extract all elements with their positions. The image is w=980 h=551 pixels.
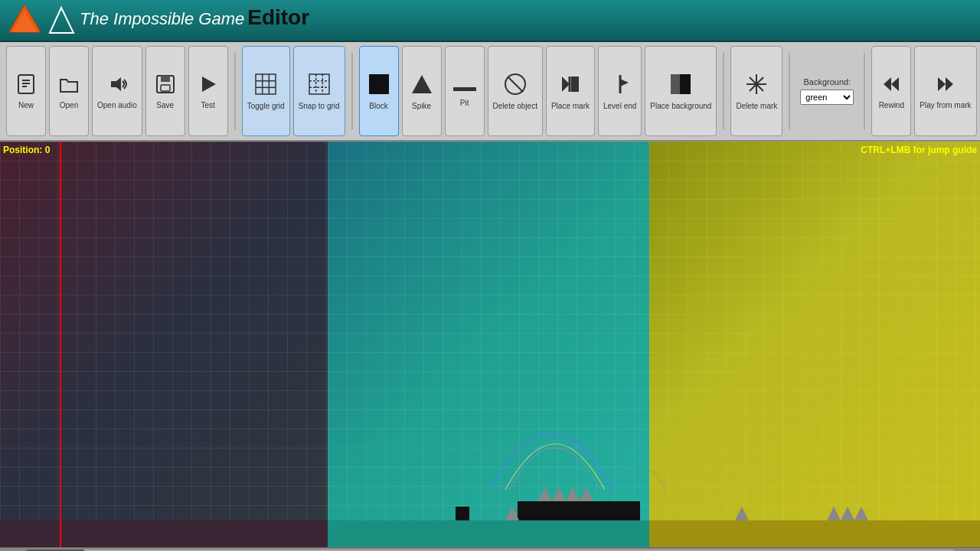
snap-to-grid-label: Snap to grid [299,102,340,110]
open-audio-button[interactable]: Open audio [92,46,142,136]
test-label: Test [201,101,215,109]
place-mark-label: Place mark [551,102,590,110]
svg-rect-22 [369,74,389,94]
toggle-grid-button[interactable]: Toggle grid [242,46,290,136]
svg-marker-39 [891,77,899,91]
position-label: Position: 0 [3,145,50,155]
place-background-icon [669,73,692,99]
svg-marker-41 [946,77,953,91]
delete-mark-label: Delete mark [736,102,777,110]
svg-rect-12 [256,74,276,94]
toggle-grid-label: Toggle grid [247,102,285,110]
level-end-icon [609,73,632,99]
svg-marker-31 [620,79,629,86]
pit-icon [453,76,476,96]
bg-zone-teal [328,142,649,547]
background-selector: Background: green red blue yellow purple [796,77,858,105]
svg-marker-11 [202,77,216,92]
svg-marker-2 [50,8,74,33]
place-background-button[interactable]: Place background [645,46,717,136]
floor-yellow [649,520,980,547]
sep-2 [351,53,353,129]
test-button[interactable]: Test [188,46,228,136]
open-icon [58,73,80,98]
open-button[interactable]: Open [49,46,89,136]
save-icon [155,73,176,98]
place-mark-icon [559,73,582,99]
svg-line-26 [508,77,523,92]
floor [0,520,980,547]
app-header: The Impossible Game Editor [0,0,980,42]
bg-zone-yellow [649,142,980,547]
open-label: Open [60,101,78,109]
delete-object-button[interactable]: Delete object [488,46,543,136]
block-label: Block [369,102,387,110]
floor-teal [328,520,649,547]
snap-to-grid-button[interactable]: Snap to grid [293,46,345,136]
new-label: New [18,101,34,109]
svg-marker-23 [412,75,432,93]
speaker-icon [106,73,128,98]
delete-object-label: Delete object [493,102,537,110]
sep-1 [234,53,236,129]
svg-rect-29 [571,77,579,92]
jump-guide-hint: CTRL+LMB for jump guide [861,145,977,155]
sep-3 [723,53,724,129]
spike-label: Spike [412,102,431,110]
background-label: Background: [803,77,851,86]
save-button[interactable]: Save [145,46,185,136]
background-select[interactable]: green red blue yellow purple [800,90,854,105]
play-from-mark-label: Play from mark [920,101,971,109]
test-play-icon [198,73,219,98]
delete-object-icon [504,73,527,99]
level-end-label: Level end [603,102,636,110]
toolbar: New Open Open audio Save Test Toggle gri… [0,42,980,142]
spike-button[interactable]: Spike [402,46,442,136]
snap-to-grid-icon [308,73,331,99]
play-from-mark-icon [935,73,956,98]
toggle-grid-icon [254,73,277,99]
pit-label: Pit [460,99,469,107]
svg-marker-38 [884,77,891,91]
svg-rect-32 [671,74,680,94]
svg-rect-24 [453,87,476,91]
new-button[interactable]: New [6,46,46,136]
new-icon [15,73,37,98]
bg-zone-dark [0,142,328,547]
position-line [60,142,61,547]
rewind-icon [880,73,902,98]
delete-mark-icon [745,73,768,99]
svg-marker-40 [938,77,946,91]
app-title: The Impossible Game Editor [48,5,309,34]
delete-mark-button[interactable]: Delete mark [730,46,782,136]
scrollbar[interactable]: ◀ ▶ [0,547,980,551]
level-end-button[interactable]: Level end [598,46,642,136]
open-audio-label: Open audio [97,101,137,109]
svg-rect-10 [161,85,170,91]
block-button[interactable]: Block [359,46,399,136]
svg-marker-7 [111,77,121,91]
svg-rect-17 [309,74,329,94]
svg-rect-9 [161,76,170,82]
place-background-label: Place background [650,102,711,110]
app-logo [8,3,42,37]
floor-dark [0,520,328,547]
pit-button[interactable]: Pit [445,46,485,136]
sep-5 [864,53,865,129]
place-mark-button[interactable]: Place mark [546,46,595,136]
editor-canvas[interactable]: Position: 0 CTRL+LMB for jump guide [0,142,980,547]
svg-rect-33 [680,74,691,94]
sep-4 [789,53,790,129]
play-from-mark-button[interactable]: Play from mark [914,46,976,136]
spike-icon [410,73,433,99]
rewind-label: Rewind [879,101,904,109]
save-label: Save [156,101,174,109]
block-icon [368,73,390,99]
rewind-button[interactable]: Rewind [871,46,911,136]
